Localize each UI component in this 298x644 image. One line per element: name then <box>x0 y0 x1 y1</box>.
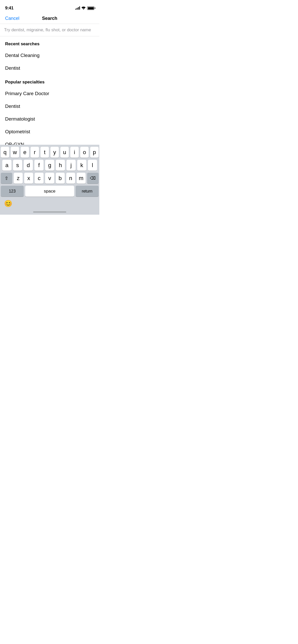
svg-point-0 <box>83 9 84 10</box>
search-results: Recent searches Dental Cleaning Dentist … <box>0 36 99 164</box>
key-e[interactable]: e <box>21 147 29 158</box>
status-icons <box>75 6 94 10</box>
keyboard-row-4: 123 space return <box>1 186 99 197</box>
key-h[interactable]: h <box>56 160 65 171</box>
nav-header: Cancel Search <box>0 13 99 24</box>
wifi-icon <box>82 7 86 10</box>
keyboard: q w e r t y u i o p a s d f g h j k l ⇧ <box>0 145 99 215</box>
popular-specialties-header: Popular specialties <box>0 75 99 87</box>
key-n[interactable]: n <box>66 173 75 184</box>
status-time: 9:41 <box>5 6 13 11</box>
key-s[interactable]: s <box>13 160 22 171</box>
key-w[interactable]: w <box>11 147 19 158</box>
cancel-button[interactable]: Cancel <box>5 16 19 21</box>
specialty-item-dentist[interactable]: Dentist <box>0 100 99 113</box>
signal-icon <box>75 7 80 10</box>
recent-search-item-dental-cleaning[interactable]: Dental Cleaning <box>0 49 99 62</box>
key-d[interactable]: d <box>24 160 33 171</box>
key-g[interactable]: g <box>45 160 54 171</box>
page-title: Search <box>42 16 57 21</box>
search-input[interactable] <box>0 24 99 36</box>
key-f[interactable]: f <box>34 160 44 171</box>
keyboard-row-1: q w e r t y u i o p <box>1 147 99 158</box>
return-key[interactable]: return <box>76 186 99 197</box>
key-u[interactable]: u <box>60 147 69 158</box>
key-z[interactable]: z <box>14 173 23 184</box>
space-key[interactable]: space <box>25 186 74 197</box>
key-a[interactable]: a <box>2 160 11 171</box>
specialty-item-optometrist[interactable]: Optometrist <box>0 125 99 138</box>
specialty-item-dermatologist[interactable]: Dermatologist <box>0 113 99 125</box>
shift-icon: ⇧ <box>5 175 8 181</box>
battery-icon <box>87 6 94 10</box>
key-x[interactable]: x <box>24 173 33 184</box>
key-j[interactable]: j <box>66 160 76 171</box>
specialty-item-primary-care[interactable]: Primary Care Doctor <box>0 87 99 100</box>
key-t[interactable]: t <box>40 147 49 158</box>
key-r[interactable]: r <box>31 147 39 158</box>
key-p[interactable]: p <box>90 147 99 158</box>
recent-searches-header: Recent searches <box>0 36 99 49</box>
recent-search-item-dentist[interactable]: Dentist <box>0 62 99 75</box>
delete-key[interactable]: ⌫ <box>87 173 99 184</box>
keyboard-row-3: ⇧ z x c v b n m ⌫ <box>1 173 99 184</box>
key-c[interactable]: c <box>35 173 44 184</box>
home-indicator <box>33 211 66 213</box>
keyboard-row-2: a s d f g h j k l <box>1 160 99 171</box>
key-v[interactable]: v <box>45 173 54 184</box>
emoji-key[interactable]: 😊 <box>4 200 12 208</box>
numbers-key[interactable]: 123 <box>1 186 24 197</box>
key-b[interactable]: b <box>56 173 65 184</box>
key-o[interactable]: o <box>80 147 89 158</box>
key-m[interactable]: m <box>77 173 86 184</box>
key-y[interactable]: y <box>50 147 59 158</box>
key-k[interactable]: k <box>77 160 86 171</box>
key-i[interactable]: i <box>70 147 79 158</box>
search-container <box>0 24 99 36</box>
shift-key[interactable]: ⇧ <box>1 173 12 184</box>
key-l[interactable]: l <box>88 160 97 171</box>
key-q[interactable]: q <box>1 147 9 158</box>
status-bar: 9:41 <box>0 0 99 13</box>
delete-icon: ⌫ <box>90 176 96 181</box>
